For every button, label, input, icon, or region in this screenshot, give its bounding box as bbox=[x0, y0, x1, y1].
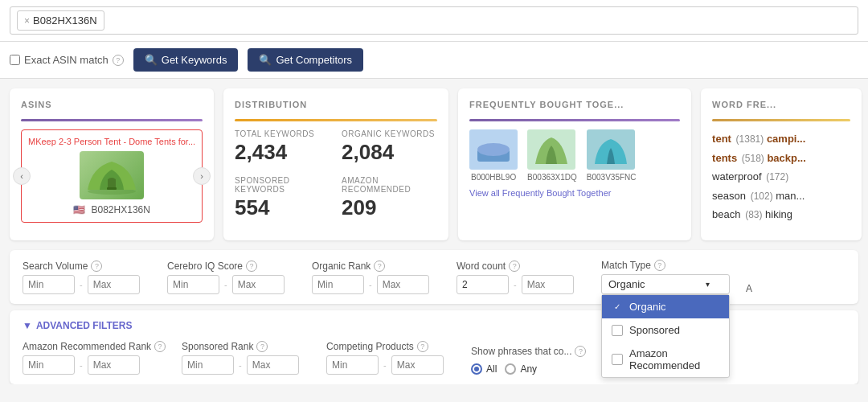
sponsored-rank-inputs: - bbox=[182, 355, 310, 375]
organic-keywords-label: ORGANIC KEYWORDS bbox=[342, 129, 437, 138]
competing-products-help-icon[interactable]: ? bbox=[417, 341, 428, 352]
sponsored-rank-help-icon[interactable]: ? bbox=[256, 341, 268, 352]
word-item-tents: tents (518) backp... bbox=[712, 149, 850, 168]
competing-products-min-input[interactable] bbox=[326, 355, 379, 375]
sponsored-checkbox-icon bbox=[612, 325, 623, 336]
wordfreq-card-title: WORD FRE... bbox=[712, 100, 850, 109]
exact-asin-help-icon[interactable]: ? bbox=[113, 55, 124, 66]
match-type-dropdown: ✓ Organic Sponsored Amazon Recommended bbox=[601, 294, 730, 378]
amazon-rec-rank-max-input[interactable] bbox=[88, 355, 140, 375]
cards-section: ASINS ‹ MKeep 2-3 Person Tent - Dome Ten… bbox=[0, 79, 868, 250]
distribution-grid: TOTAL KEYWORDS 2,434 ORGANIC KEYWORDS 2,… bbox=[235, 129, 437, 220]
fbt-product-1: B000HBL9O bbox=[469, 129, 518, 182]
search-volume-help-icon[interactable]: ? bbox=[91, 260, 102, 272]
product-image bbox=[80, 151, 144, 199]
get-keywords-button[interactable]: 🔍 Get Keywords bbox=[133, 48, 239, 72]
word-count-min-input[interactable] bbox=[457, 275, 509, 294]
next-product-arrow[interactable]: › bbox=[193, 167, 211, 185]
fbt-view-all-link[interactable]: View all Frequently Bought Together bbox=[469, 188, 680, 198]
sponsored-keywords-value: 554 bbox=[235, 195, 330, 220]
total-keywords-value: 2,434 bbox=[235, 140, 330, 165]
flag-icon: 🇺🇸 bbox=[73, 204, 85, 215]
match-type-help-icon[interactable]: ? bbox=[654, 260, 665, 271]
word-count-inputs: - bbox=[457, 275, 585, 294]
competing-products-inputs: - bbox=[326, 355, 455, 375]
fbt-asin-3: B003V35FNC bbox=[587, 173, 637, 182]
fbt-card-bar bbox=[469, 119, 680, 121]
organic-rank-help-icon[interactable]: ? bbox=[374, 260, 385, 272]
match-option-amazon-recommended[interactable]: Amazon Recommended bbox=[602, 342, 729, 377]
match-option-sponsored[interactable]: Sponsored bbox=[602, 318, 729, 342]
asin-input[interactable] bbox=[104, 14, 851, 27]
word-item-tent: tent (1381) campi... bbox=[712, 129, 850, 149]
organic-rank-filter: Organic Rank ? - bbox=[312, 260, 440, 294]
sponsored-keywords-label: SPONSORED KEYWORDS bbox=[235, 176, 330, 194]
amazon-recommended-rank-label: Amazon Recommended Rank ? bbox=[23, 341, 166, 352]
word-count-filter: Word count ? - bbox=[457, 260, 585, 294]
asins-card-title: ASINS bbox=[21, 100, 203, 109]
search-volume-sep: - bbox=[80, 280, 83, 289]
search-volume-min-input[interactable] bbox=[23, 275, 75, 294]
toolbar: Exact ASIN match ? 🔍 Get Keywords 🔍 Get … bbox=[0, 42, 868, 79]
filter-icon: ▼ bbox=[23, 320, 32, 331]
extra-label: A bbox=[746, 283, 810, 294]
organic-rank-inputs: - bbox=[312, 275, 440, 294]
cerebro-iq-label: Cerebro IQ Score ? bbox=[167, 260, 296, 272]
cerebro-iq-help-icon[interactable]: ? bbox=[246, 260, 257, 272]
competing-products-max-input[interactable] bbox=[391, 355, 444, 375]
competing-products-filter: Competing Products ? - bbox=[326, 341, 455, 375]
amazon-rec-rank-min-input[interactable] bbox=[23, 355, 75, 375]
filter-row-main: Search Volume ? - Cerebro IQ Score ? - bbox=[23, 260, 845, 294]
organic-rank-min-input[interactable] bbox=[312, 275, 364, 294]
word-item-beach: beach (83) hiking bbox=[712, 205, 850, 224]
fbt-asin-1: B000HBL9O bbox=[469, 173, 518, 182]
wordfreq-card: WORD FRE... tent (1381) campi... tents (… bbox=[701, 88, 862, 240]
show-phrases-help-icon[interactable]: ? bbox=[575, 346, 586, 357]
organic-keywords-value: 2,084 bbox=[342, 140, 437, 165]
asin-tag: × B082HX136N bbox=[17, 10, 104, 31]
distribution-card-bar bbox=[235, 119, 437, 121]
exact-asin-checkbox[interactable] bbox=[10, 55, 20, 65]
competing-products-sep: - bbox=[383, 360, 387, 370]
sponsored-rank-filter: Sponsored Rank ? - bbox=[182, 341, 310, 375]
word-item-season: season (102) man... bbox=[712, 187, 850, 206]
remove-asin-icon[interactable]: × bbox=[24, 15, 30, 27]
extra-filter-placeholder: A bbox=[746, 283, 810, 294]
get-competitors-button[interactable]: 🔍 Get Competitors bbox=[248, 48, 363, 72]
word-count-help-icon[interactable]: ? bbox=[509, 260, 520, 272]
wordfreq-card-bar bbox=[712, 119, 850, 121]
organic-keywords-item: ORGANIC KEYWORDS 2,084 bbox=[342, 129, 437, 165]
total-keywords-label: TOTAL KEYWORDS bbox=[235, 129, 330, 138]
show-phrases-all-option[interactable]: All bbox=[471, 363, 497, 375]
prev-product-arrow[interactable]: ‹ bbox=[13, 167, 31, 185]
total-keywords-item: TOTAL KEYWORDS 2,434 bbox=[235, 129, 330, 165]
asin-tag-value: B082HX136N bbox=[33, 14, 97, 27]
all-radio-icon bbox=[471, 363, 482, 375]
match-type-select[interactable]: Organic ▾ bbox=[601, 274, 730, 294]
product-asin: 🇺🇸 B082HX136N bbox=[28, 204, 195, 215]
word-item-waterproof: waterproof (172) bbox=[712, 167, 850, 187]
amazon-recommended-value: 209 bbox=[342, 195, 437, 220]
show-phrases-any-option[interactable]: Any bbox=[505, 363, 537, 375]
sponsored-rank-max-input[interactable] bbox=[247, 355, 299, 375]
sponsored-rank-sep: - bbox=[239, 360, 242, 370]
amazon-recommended-label: AMAZON RECOMMENDED bbox=[342, 176, 437, 194]
word-count-label: Word count ? bbox=[457, 260, 585, 272]
search-volume-max-input[interactable] bbox=[88, 275, 140, 294]
sponsored-rank-min-input[interactable] bbox=[182, 355, 234, 375]
organic-rank-max-input[interactable] bbox=[377, 275, 429, 294]
asin-input-wrapper[interactable]: × B082HX136N bbox=[10, 6, 858, 35]
match-option-organic[interactable]: ✓ Organic bbox=[602, 295, 729, 318]
product-name: MKeep 2-3 Person Tent - Dome Tents for..… bbox=[28, 137, 195, 146]
word-count-max-input[interactable] bbox=[522, 275, 574, 294]
cerebro-iq-max-input[interactable] bbox=[232, 275, 285, 294]
sponsored-keywords-item: SPONSORED KEYWORDS 554 bbox=[235, 176, 330, 220]
sponsored-rank-label: Sponsored Rank ? bbox=[182, 341, 310, 352]
fbt-product-3: B003V35FNC bbox=[587, 129, 637, 182]
amazon-rec-rank-help-icon[interactable]: ? bbox=[154, 341, 166, 352]
cerebro-iq-filter: Cerebro IQ Score ? - bbox=[167, 260, 296, 294]
exact-asin-match-label[interactable]: Exact ASIN match ? bbox=[10, 54, 124, 66]
search-icon: 🔍 bbox=[145, 54, 158, 66]
search-volume-label: Search Volume ? bbox=[23, 260, 151, 272]
cerebro-iq-min-input[interactable] bbox=[167, 275, 219, 294]
